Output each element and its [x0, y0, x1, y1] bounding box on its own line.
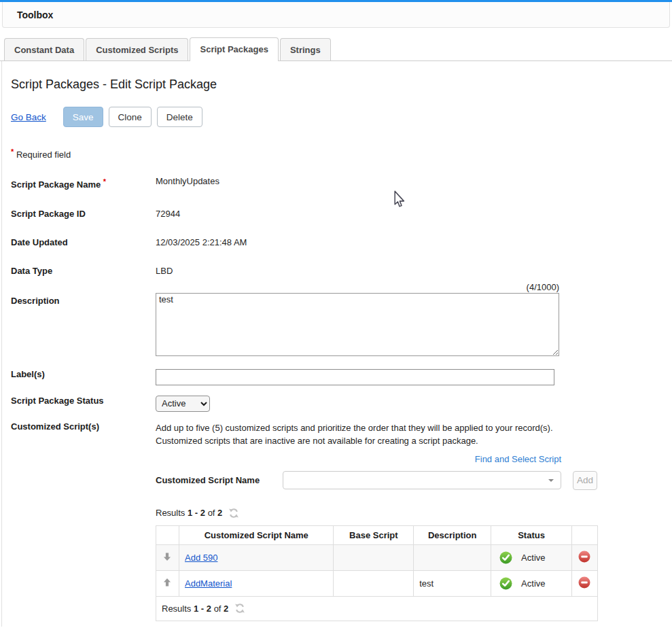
table-header: Customized Script Name Base Script Descr… — [156, 525, 598, 544]
app-title: Toolbox — [17, 10, 53, 20]
scripts-table: Customized Script Name Base Script Descr… — [156, 525, 598, 621]
reorder-arrow-icon[interactable] — [162, 552, 172, 561]
tab-panel: Script Packages - Edit Script Package Go… — [1, 61, 672, 627]
status-text: Active — [521, 578, 545, 589]
date-updated-value: 12/03/2025 2:21:48 AM — [156, 237, 247, 248]
field-row-customized-scripts: Customized Script(s) Add up to five (5) … — [11, 421, 672, 447]
script-name-link[interactable]: AddMaterial — [185, 578, 232, 589]
tab-customized-scripts[interactable]: Customized Scripts — [86, 38, 188, 60]
id-value: 72944 — [156, 209, 180, 220]
status-cell: Active — [491, 570, 572, 596]
table-row: AddMaterial test Active — [156, 570, 598, 596]
results-summary-top: Results 1 - 2 of 2 — [156, 508, 672, 519]
find-link-row: Find and Select Script — [156, 454, 561, 464]
chevron-down-icon — [548, 479, 554, 482]
script-table-body: Add 590 Active — [156, 544, 598, 596]
field-row-description: Description (4/1000) test — [11, 282, 672, 358]
description-label: Description — [11, 282, 156, 358]
find-and-select-script-link[interactable]: Find and Select Script — [475, 454, 561, 464]
char-counter: (4/1000) — [156, 282, 559, 292]
field-row-status: Script Package Status Active — [11, 396, 672, 412]
field-row-name: Script Package Name * MonthlyUpdates — [11, 176, 672, 190]
header-script-name: Customized Script Name — [179, 525, 334, 544]
id-label: Script Package ID — [11, 209, 156, 220]
tab-script-packages[interactable]: Script Packages — [190, 37, 278, 61]
save-button[interactable]: Save — [63, 107, 103, 127]
field-row-labels: Label(s) — [11, 369, 672, 385]
base-script-cell — [334, 544, 414, 570]
description-wrap: (4/1000) test — [156, 282, 559, 358]
page-title: Script Packages - Edit Script Package — [11, 61, 672, 92]
script-picker: Find and Select Script Customized Script… — [156, 454, 598, 490]
required-asterisk: * — [11, 147, 14, 156]
customized-scripts-label: Customized Script(s) — [11, 421, 156, 447]
remove-icon[interactable] — [578, 551, 590, 563]
header-status: Status — [491, 525, 572, 544]
labels-label: Label(s) — [11, 369, 156, 385]
app-header: Toolbox — [2, 2, 670, 28]
reorder-arrow-icon[interactable] — [162, 578, 172, 587]
header-actions — [571, 525, 597, 544]
results-text: Results 1 - 2 of 2 — [162, 604, 228, 614]
header-move — [156, 525, 179, 544]
clone-button[interactable]: Clone — [109, 107, 152, 127]
script-name-link[interactable]: Add 590 — [185, 553, 217, 563]
status-select[interactable]: Active — [156, 396, 210, 412]
results-text: Results 1 - 2 of 2 — [156, 508, 222, 518]
header-description: Description — [414, 525, 491, 544]
go-back-link[interactable]: Go Back — [11, 112, 46, 122]
add-button[interactable]: Add — [573, 471, 597, 490]
required-note: * Required field — [11, 147, 672, 160]
status-label: Script Package Status — [11, 396, 156, 412]
customized-script-combobox[interactable] — [283, 471, 561, 489]
refresh-icon[interactable] — [228, 508, 239, 519]
field-row-data-type: Data Type LBD — [11, 266, 672, 277]
field-row-id: Script Package ID 72944 — [11, 209, 672, 220]
field-row-date-updated: Date Updated 12/03/2025 2:21:48 AM — [11, 237, 672, 248]
customized-scripts-help: Add up to five (5) customized scripts an… — [156, 421, 590, 447]
picker-row: Customized Script Name Add — [156, 471, 598, 490]
description-textarea[interactable]: test — [156, 293, 559, 356]
active-check-icon — [499, 577, 512, 590]
name-required-asterisk: * — [103, 177, 106, 186]
required-text: Required field — [16, 150, 71, 160]
data-type-value: LBD — [156, 266, 173, 277]
name-value: MonthlyUpdates — [156, 176, 219, 190]
description-cell: test — [414, 570, 491, 596]
active-check-icon — [499, 551, 512, 564]
results-summary-bottom: Results 1 - 2 of 2 — [162, 603, 592, 614]
date-updated-label: Date Updated — [11, 237, 156, 248]
picker-label: Customized Script Name — [156, 475, 283, 485]
description-cell — [414, 544, 491, 570]
tab-strip: Constant Data Customized Scripts Script … — [0, 37, 672, 61]
status-text: Active — [521, 553, 545, 563]
labels-input[interactable] — [156, 369, 554, 385]
tab-strings[interactable]: Strings — [280, 38, 331, 60]
data-type-label: Data Type — [11, 266, 156, 277]
base-script-cell — [334, 570, 414, 596]
name-label: Script Package Name * — [11, 176, 156, 190]
status-cell: Active — [491, 544, 572, 570]
delete-button[interactable]: Delete — [157, 107, 202, 127]
table-footer: Results 1 - 2 of 2 — [156, 596, 598, 621]
table-row: Add 590 Active — [156, 544, 598, 570]
edit-form: Script Package Name * MonthlyUpdates Scr… — [11, 176, 672, 447]
header-base-script: Base Script — [334, 525, 414, 544]
tab-constant-data[interactable]: Constant Data — [4, 38, 84, 60]
action-bar: Go Back Save Clone Delete — [11, 107, 672, 127]
refresh-icon[interactable] — [234, 603, 245, 614]
remove-icon[interactable] — [578, 576, 590, 589]
